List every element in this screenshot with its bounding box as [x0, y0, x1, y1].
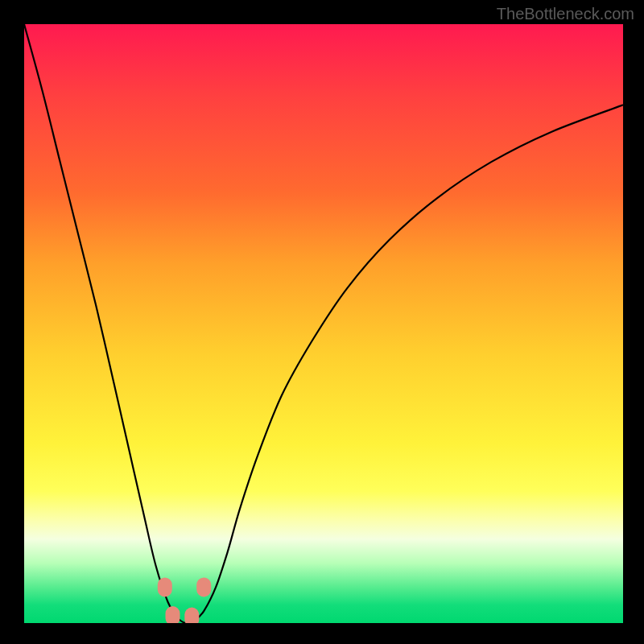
- curve-marker: [166, 606, 180, 623]
- bottleneck-curve: [24, 24, 623, 623]
- chart-frame: TheBottleneck.com: [0, 0, 644, 644]
- watermark-text: TheBottleneck.com: [497, 5, 634, 23]
- curve-marker: [184, 608, 199, 623]
- plot-area: [24, 24, 623, 623]
- curve-marker: [196, 577, 211, 597]
- curve-marker: [158, 577, 172, 597]
